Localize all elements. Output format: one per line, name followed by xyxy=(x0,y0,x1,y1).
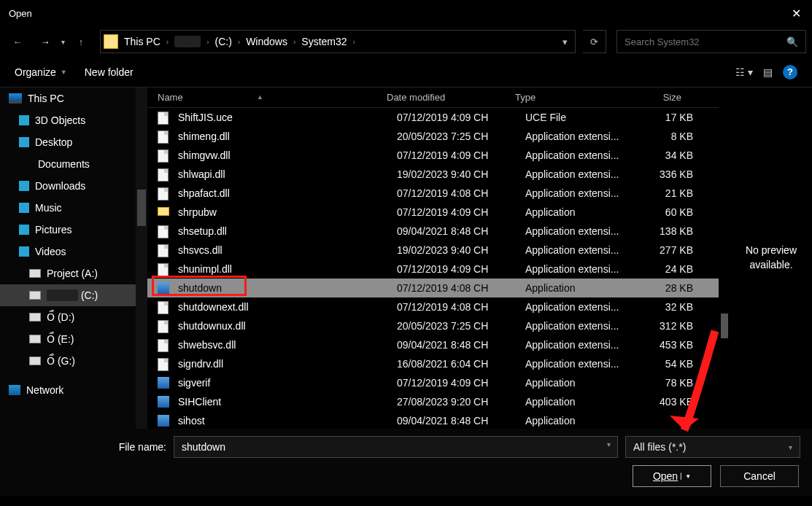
file-type: Application xyxy=(525,282,633,294)
breadcrumb-item[interactable]: This PC xyxy=(124,36,161,47)
gen-icon xyxy=(158,244,171,256)
close-icon[interactable]: ✕ xyxy=(789,6,803,20)
search-input-wrap[interactable]: 🔍 xyxy=(616,30,806,53)
video-icon xyxy=(19,246,29,257)
table-row[interactable]: shimgvw.dll07/12/2019 4:09 CHApplication… xyxy=(147,146,719,165)
gen-icon xyxy=(158,225,171,237)
sidebar-item[interactable]: Pictures xyxy=(0,219,136,241)
breadcrumb[interactable]: This PC›xxxx›(C:)›Windows›System32› xyxy=(124,36,355,47)
sidebar-item-label: Project (A:) xyxy=(47,268,98,279)
pictures-icon xyxy=(19,225,29,235)
table-row[interactable]: shlwapi.dll19/02/2023 9:40 CHApplication… xyxy=(147,165,719,184)
sidebar-item-label: Ổ (G:) xyxy=(47,355,75,367)
file-type-filter[interactable]: All files (*.*)▾ xyxy=(625,436,800,458)
table-row[interactable]: shimeng.dll20/05/2023 7:25 CHApplication… xyxy=(147,127,719,146)
up-button[interactable]: ↑ xyxy=(69,30,93,53)
table-row[interactable]: shunimpl.dll07/12/2019 4:09 CHApplicatio… xyxy=(147,260,719,279)
file-size: 336 KB xyxy=(633,168,693,180)
refresh-icon[interactable]: ⟳ xyxy=(590,36,598,47)
app-icon xyxy=(158,377,171,389)
col-date[interactable]: Date modified xyxy=(387,92,515,103)
app-icon xyxy=(158,396,171,408)
table-row[interactable]: sigverif07/12/2019 4:09 CHApplication78 … xyxy=(147,373,719,392)
sidebar-item[interactable]: Ổ (E:) xyxy=(0,328,136,350)
filename-dropdown-icon[interactable]: ▾ xyxy=(607,440,611,448)
table-row[interactable]: shrpubw07/12/2019 4:09 CHApplication60 K… xyxy=(147,203,719,222)
file-date: 07/12/2019 4:08 CH xyxy=(397,282,525,294)
sidebar-item-label: Pictures xyxy=(35,224,72,236)
file-size: 54 KB xyxy=(633,358,693,370)
sidebar-item[interactable]: Videos xyxy=(0,241,136,262)
sidebar-item[interactable]: Ổ (G:) xyxy=(0,350,136,372)
sidebar-item[interactable]: Desktop xyxy=(0,131,136,153)
file-size: 34 KB xyxy=(633,149,693,161)
file-date: 19/02/2023 9:40 CH xyxy=(397,244,525,256)
gen-icon xyxy=(158,112,171,123)
search-input[interactable] xyxy=(625,36,786,47)
file-list-scrollbar[interactable] xyxy=(719,87,730,429)
file-date: 16/08/2021 6:04 CH xyxy=(397,358,525,370)
sidebar-item[interactable]: Ổ (D:) xyxy=(0,306,136,328)
forward-button[interactable]: → xyxy=(34,30,57,53)
table-row[interactable]: sihost09/04/2021 8:48 CHApplication xyxy=(147,411,719,429)
sidebar-scrollbar[interactable] xyxy=(136,87,147,429)
chevron-down-icon[interactable]: ▾ xyxy=(562,36,568,47)
cancel-button[interactable]: Cancel xyxy=(720,465,799,487)
table-row[interactable]: shsvcs.dll19/02/2023 9:40 CHApplication … xyxy=(147,241,719,260)
sidebar-item[interactable]: Project (A:) xyxy=(0,262,136,284)
table-row[interactable]: shsetup.dll09/04/2021 8:48 CHApplication… xyxy=(147,222,719,241)
download-icon xyxy=(19,181,29,191)
preview-pane-icon[interactable]: ▤ xyxy=(763,66,773,78)
table-row[interactable]: shutdownext.dll07/12/2019 4:08 CHApplica… xyxy=(147,297,719,316)
file-type: Application extensi... xyxy=(525,244,633,256)
col-size[interactable]: Size xyxy=(623,92,690,103)
table-row[interactable]: shutdown07/12/2019 4:08 CHApplication28 … xyxy=(147,279,719,297)
new-folder-button[interactable]: New folder xyxy=(85,66,134,78)
filename-label: File name: xyxy=(12,441,166,453)
breadcrumb-item[interactable]: System32 xyxy=(301,36,347,47)
monitor-icon xyxy=(9,93,22,104)
file-type: UCE File xyxy=(525,112,633,123)
sidebar-item[interactable]: 3D Objects xyxy=(0,109,136,131)
sidebar-item[interactable]: Documents xyxy=(0,153,136,175)
chevron-right-icon: › xyxy=(206,38,209,46)
sidebar-item[interactable]: This PC xyxy=(0,87,136,109)
chevron-right-icon: › xyxy=(293,38,295,46)
file-type: Application extensi... xyxy=(525,168,633,180)
sidebar-item[interactable]: Downloads xyxy=(0,175,136,197)
open-button[interactable]: Open ▏▼ xyxy=(633,465,711,487)
table-row[interactable]: SIHClient27/08/2023 9:20 CHApplication40… xyxy=(147,392,719,411)
file-size: 17 KB xyxy=(633,112,693,123)
app-icon xyxy=(158,282,171,294)
breadcrumb-item[interactable]: xxxx xyxy=(174,36,201,47)
dialog-title: Open xyxy=(9,8,32,19)
sidebar-item[interactable]: Network xyxy=(0,379,136,401)
filename-input[interactable] xyxy=(174,436,618,458)
file-date: 09/04/2021 8:48 CH xyxy=(397,339,525,351)
file-name: shsetup.dll xyxy=(178,225,397,237)
view-options-icon[interactable]: ☷ ▾ xyxy=(735,66,753,78)
table-row[interactable]: shpafact.dll07/12/2019 4:08 CHApplicatio… xyxy=(147,184,719,203)
col-name[interactable]: Name▲ xyxy=(147,92,387,103)
sidebar-item[interactable]: xxxxx (C:) xyxy=(0,284,136,306)
file-size: 78 KB xyxy=(633,377,693,389)
sidebar-item-label: Documents xyxy=(38,158,90,170)
help-icon[interactable]: ? xyxy=(783,65,797,79)
breadcrumb-item[interactable]: (C:) xyxy=(214,36,231,47)
table-row[interactable]: shutdownux.dll20/05/2023 7:25 CHApplicat… xyxy=(147,316,719,335)
file-name: shpafact.dll xyxy=(178,187,397,199)
table-row[interactable]: ShiftJIS.uce07/12/2019 4:09 CHUCE File17… xyxy=(147,108,719,127)
back-button[interactable]: ← xyxy=(6,30,29,53)
organize-menu[interactable]: Organize ▼ xyxy=(15,66,67,78)
file-name: shimgvw.dll xyxy=(178,149,397,161)
file-type: Application extensi... xyxy=(525,358,633,370)
table-row[interactable]: signdrv.dll16/08/2021 6:04 CHApplication… xyxy=(147,354,719,373)
file-date: 09/04/2021 8:48 CH xyxy=(397,225,525,237)
sidebar-item[interactable]: Music xyxy=(0,197,136,219)
breadcrumb-item[interactable]: Windows xyxy=(246,36,287,47)
col-type[interactable]: Type xyxy=(515,92,623,103)
table-row[interactable]: shwebsvc.dll09/04/2021 8:48 CHApplicatio… xyxy=(147,335,719,354)
recent-locations-icon[interactable]: ▾ xyxy=(61,38,65,46)
address-bar[interactable]: This PC›xxxx›(C:)›Windows›System32› ▾ xyxy=(100,30,576,53)
file-size: 32 KB xyxy=(633,301,693,313)
